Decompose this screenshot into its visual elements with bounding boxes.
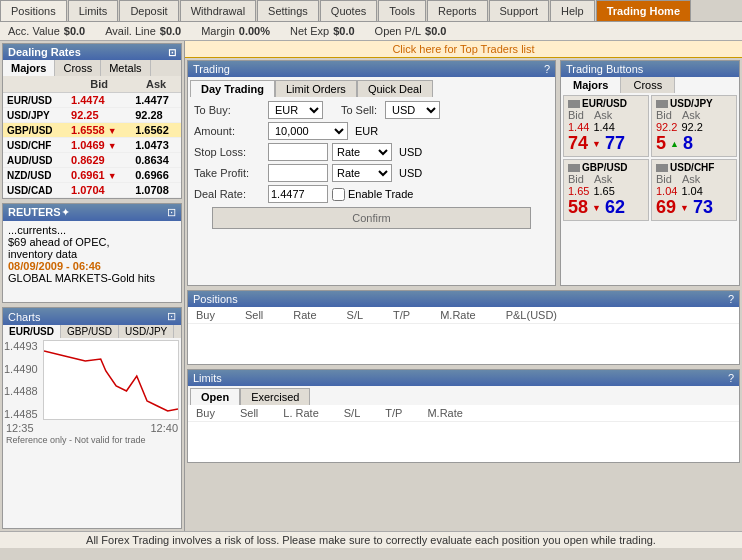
to-buy-label: To Buy: (194, 104, 264, 116)
trading-buttons-row: Trading ? Day Trading Limit Orders Quick… (185, 58, 742, 288)
chart-x1: 12:35 (6, 422, 34, 434)
dealing-rates-icon[interactable]: ⊡ (168, 47, 176, 58)
btn-tab-cross[interactable]: Cross (621, 77, 675, 93)
limits-help-icon[interactable]: ? (728, 372, 734, 384)
rates-tab-metals[interactable]: Metals (101, 60, 150, 76)
dealing-rates-header: Dealing Rates ⊡ (3, 44, 181, 60)
stop-loss-rate-select[interactable]: RatePips (332, 143, 392, 161)
to-buy-select[interactable]: EURUSDGBP (268, 101, 323, 119)
btn-ask-small: 1.65 (593, 185, 614, 197)
btn-pair-card[interactable]: USD/CHFBidAsk1.041.0469▼73 (651, 159, 737, 221)
charts-tabs: EUR/USD GBP/USD USD/JPY (3, 325, 181, 338)
btn-bid-label: Bid (656, 109, 672, 121)
limits-tab-open[interactable]: Open (190, 388, 240, 405)
nav-withdrawal[interactable]: Withdrawal (180, 0, 256, 21)
positions-section: Positions ? Buy Sell Rate S/L T/P M.Rate… (187, 290, 740, 365)
nav-quotes[interactable]: Quotes (320, 0, 377, 21)
charts-icon[interactable]: ⊡ (167, 310, 176, 323)
avail-line-value: $0.0 (160, 25, 181, 37)
top-nav: Positions Limits Deposit Withdrawal Sett… (0, 0, 742, 22)
btn-big-prices: 5▲8 (656, 133, 732, 154)
take-profit-input[interactable] (268, 164, 328, 182)
nav-limits[interactable]: Limits (68, 0, 119, 21)
rates-pair: GBP/USD (3, 123, 67, 138)
limits-col-tp: T/P (385, 407, 402, 419)
acc-value-label: Acc. Value (8, 25, 60, 37)
positions-help-icon[interactable]: ? (728, 293, 734, 305)
to-sell-select[interactable]: USDEURGBP (385, 101, 440, 119)
rates-row[interactable]: USD/JPY92.2592.28 (3, 108, 181, 123)
pos-col-tp: T/P (393, 309, 410, 321)
open-pl-item: Open P/L $0.0 (375, 25, 447, 37)
rates-row[interactable]: EUR/USD1.44741.4477 (3, 93, 181, 108)
nav-support[interactable]: Support (489, 0, 550, 21)
rates-row[interactable]: USD/CHF1.0469 ▼1.0473 (3, 138, 181, 153)
rates-row[interactable]: USD/CAD1.07041.0708 (3, 183, 181, 198)
rates-row[interactable]: AUD/USD0.86290.8634 (3, 153, 181, 168)
limits-tab-exercised[interactable]: Exercised (240, 388, 310, 405)
amount-label: Amount: (194, 125, 264, 137)
btn-big-bid: 69 (656, 197, 676, 218)
charts-tab-usdjpy[interactable]: USD/JPY (119, 325, 174, 338)
btn-change-arrow: ▼ (592, 203, 601, 213)
trading-tab-limit[interactable]: Limit Orders (275, 80, 357, 97)
btn-pair-card[interactable]: EUR/USDBidAsk1.441.4474▼77 (563, 95, 649, 157)
trading-buttons-header: Trading Buttons (561, 61, 739, 77)
btn-small-prices: 1.041.04 (656, 185, 732, 197)
trading-tab-day[interactable]: Day Trading (190, 80, 275, 97)
rates-ask: 92.28 (131, 108, 181, 123)
pos-col-pl: P&L(USD) (506, 309, 557, 321)
nav-help[interactable]: Help (550, 0, 595, 21)
btn-big-ask: 8 (683, 133, 693, 154)
amount-currency: EUR (355, 125, 378, 137)
trading-help-icon[interactable]: ? (544, 63, 550, 75)
trading-buttons-section: Trading Buttons Majors Cross EUR/USDBidA… (560, 60, 740, 286)
btn-small-prices: 92.292.2 (656, 121, 732, 133)
net-exp-value: $0.0 (333, 25, 354, 37)
btn-price-labels: BidAsk (656, 109, 732, 121)
take-profit-rate-select[interactable]: RatePips (332, 164, 392, 182)
amount-select[interactable]: 10,00020,00050,000 (268, 122, 348, 140)
rates-tab-majors[interactable]: Majors (3, 60, 55, 76)
center-right-panel: Click here for Top Traders list Trading … (185, 41, 742, 531)
reuters-icon[interactable]: ⊡ (167, 206, 176, 219)
btn-bid-label: Bid (568, 109, 584, 121)
rates-bid: 1.0469 ▼ (67, 138, 131, 153)
btn-tab-majors[interactable]: Majors (561, 77, 621, 93)
rates-row[interactable]: NZD/USD0.6961 ▼0.6966 (3, 168, 181, 183)
rates-row[interactable]: GBP/USD1.6558 ▼1.6562 (3, 123, 181, 138)
trading-tabs: Day Trading Limit Orders Quick Deal (190, 80, 553, 97)
top-traders-banner[interactable]: Click here for Top Traders list (185, 41, 742, 58)
rates-pair: NZD/USD (3, 168, 67, 183)
charts-tab-eurusd[interactable]: EUR/USD (3, 325, 61, 338)
deal-rate-input[interactable] (268, 185, 328, 203)
nav-reports[interactable]: Reports (427, 0, 488, 21)
nav-deposit[interactable]: Deposit (119, 0, 178, 21)
account-bar: Acc. Value $0.0 Avail. Line $0.0 Margin … (0, 22, 742, 41)
enable-trade-checkbox[interactable] (332, 188, 345, 201)
acc-value: $0.0 (64, 25, 85, 37)
rates-bid: 1.6558 ▼ (67, 123, 131, 138)
rates-col-pair (3, 76, 67, 93)
rates-tab-cross[interactable]: Cross (55, 60, 101, 76)
btn-pair-card[interactable]: GBP/USDBidAsk1.651.6558▼62 (563, 159, 649, 221)
trading-title: Trading (193, 63, 230, 75)
btn-price-labels: BidAsk (568, 173, 644, 185)
btn-big-bid: 5 (656, 133, 666, 154)
charts-tab-gbpusd[interactable]: GBP/USD (61, 325, 119, 338)
chart-labels: 12:35 12:40 (3, 422, 181, 434)
nav-positions[interactable]: Positions (0, 0, 67, 21)
btn-big-prices: 58▼62 (568, 197, 644, 218)
trading-tab-quick[interactable]: Quick Deal (357, 80, 433, 97)
dealing-rates-section: Dealing Rates ⊡ Majors Cross Metals Bid … (2, 43, 182, 199)
limits-body (188, 422, 739, 462)
enable-trade-label: Enable Trade (348, 188, 413, 200)
nav-settings[interactable]: Settings (257, 0, 319, 21)
stop-loss-input[interactable] (268, 143, 328, 161)
rates-ask: 1.0708 (131, 183, 181, 198)
nav-tools[interactable]: Tools (378, 0, 426, 21)
btn-pair-card[interactable]: USD/JPYBidAsk92.292.25▲8 (651, 95, 737, 157)
btn-tabs: Majors Cross (561, 77, 739, 93)
nav-trading-home[interactable]: Trading Home (596, 0, 691, 21)
confirm-button[interactable]: Confirm (212, 207, 532, 229)
